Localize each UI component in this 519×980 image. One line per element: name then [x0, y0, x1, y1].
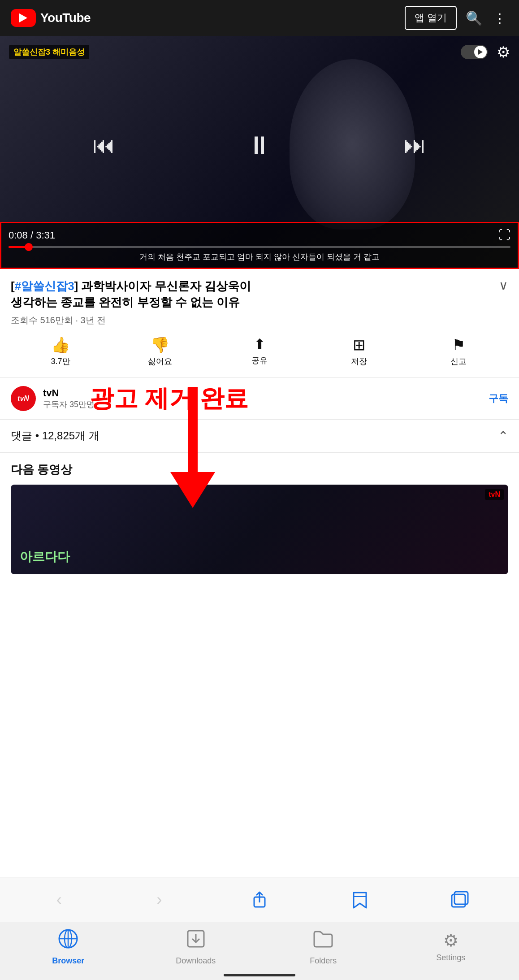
toggle-knob [474, 46, 487, 58]
tabs-button[interactable] [442, 882, 478, 918]
share-label: 공유 [251, 355, 268, 366]
save-icon: ⊞ [353, 337, 365, 352]
video-info: [#알쓸신잡3] 과학박사이자 무신론자 김상욱이 생각하는 종교를 완전히 부… [0, 269, 519, 378]
tab-browser[interactable]: Browser [41, 928, 95, 966]
youtube-logo: YouTube [11, 9, 91, 27]
like-count: 3.7만 [51, 356, 70, 367]
channel-subscribers: 구독자 35만명 [43, 399, 481, 410]
like-button[interactable]: 👍 3.7만 [43, 337, 78, 367]
progress-bar[interactable] [9, 246, 510, 248]
share-icon: ⬆ [254, 337, 266, 351]
tab-downloads[interactable]: Downloads [169, 928, 223, 966]
downloads-tab-icon [185, 928, 207, 954]
video-top-controls: ⚙ [0, 36, 519, 68]
autoplay-switch[interactable] [461, 45, 488, 59]
thumbnail-text: 아르다다 [20, 548, 70, 565]
video-bottom-controls[interactable]: 0:08 / 3:31 ⛶ 거의 처음 천주교 포교되고 엄마 되지 않아 신자… [0, 222, 519, 269]
forward-button[interactable]: › [141, 882, 177, 918]
folders-tab-icon [312, 928, 334, 954]
comments-section[interactable]: 댓글 • 12,825개 개 ⌃ [0, 420, 519, 453]
youtube-icon [11, 9, 36, 27]
browser-tab-icon [57, 928, 79, 954]
top-bar: YouTube 앱 열기 🔍 ⋮ [0, 0, 519, 36]
pause-button[interactable] [247, 130, 272, 160]
comments-label: 댓글 • 12,825개 개 [11, 429, 99, 443]
fullscreen-button[interactable]: ⛶ [498, 228, 510, 243]
video-hashtag: #알쓸신잡3 [15, 279, 74, 293]
report-icon: ⚑ [452, 337, 465, 352]
previous-button[interactable] [93, 132, 115, 158]
open-app-button[interactable]: 앱 열기 [405, 6, 457, 30]
back-button[interactable]: ‹ [41, 882, 77, 918]
thumbnail-channel-badge: tvN [485, 489, 504, 500]
time-row: 0:08 / 3:31 ⛶ [9, 228, 510, 243]
home-indicator [224, 974, 295, 976]
more-options-icon[interactable]: ⋮ [491, 9, 508, 28]
subtitle-text: 거의 처음 천주교 포교되고 엄마 되지 않아 신자들이 되셨을 거 같고 [9, 252, 510, 262]
video-title: [#알쓸신잡3] 과학박사이자 무신론자 김상욱이 생각하는 종교를 완전히 부… [11, 278, 493, 311]
like-icon: 👍 [51, 337, 70, 352]
expand-icon[interactable]: ∨ [499, 278, 508, 293]
bookmarks-button[interactable] [342, 882, 378, 918]
channel-logo: tvN [11, 386, 36, 411]
browser-nav-bar: ‹ › [0, 877, 519, 922]
channel-section-wrapper: tvN tvN 구독자 35만명 구독 광고 제거 완료 [0, 378, 519, 420]
report-label: 신고 [450, 356, 467, 367]
time-display: 0:08 / 3:31 [9, 230, 55, 241]
settings-icon[interactable]: ⚙ [497, 43, 510, 61]
subscribe-button[interactable]: 구독 [489, 392, 508, 405]
action-buttons: 👍 3.7만 👎 싫어요 ⬆ 공유 ⊞ 저장 ⚑ 신고 [11, 334, 508, 370]
dislike-label: 싫어요 [148, 356, 172, 367]
video-meta: 조회수 516만회 · 3년 전 [11, 314, 508, 326]
report-button[interactable]: ⚑ 신고 [441, 337, 476, 367]
save-button[interactable]: ⊞ 저장 [341, 337, 377, 367]
video-mid-controls [0, 68, 519, 222]
folders-tab-label: Folders [310, 956, 337, 966]
share-button[interactable]: ⬆ 공유 [242, 337, 277, 367]
next-button[interactable] [404, 132, 426, 158]
settings-tab-icon: ⚙ [443, 931, 458, 950]
next-video-heading: 다음 동영상 [11, 462, 508, 477]
next-video-thumbnail[interactable]: 아르다다 tvN [11, 485, 508, 574]
search-icon[interactable]: 🔍 [464, 9, 484, 28]
tab-settings[interactable]: ⚙ Settings [424, 931, 478, 963]
dislike-icon: 👎 [151, 337, 169, 352]
channel-row: tvN tvN 구독자 35만명 구독 [0, 378, 519, 420]
youtube-wordmark: YouTube [40, 11, 91, 25]
autoplay-toggle[interactable] [461, 43, 488, 61]
settings-tab-label: Settings [436, 953, 465, 963]
channel-name: tvN [43, 387, 481, 399]
save-label: 저장 [351, 356, 367, 367]
video-controls-overlay: ⚙ 0:08 / 3:31 ⛶ 거의 처음 천주교 포교되고 엄마 되지 않아 … [0, 36, 519, 269]
browser-tab-label: Browser [52, 956, 84, 966]
downloads-tab-label: Downloads [176, 956, 216, 966]
next-video-section: 다음 동영상 아르다다 tvN [0, 453, 519, 579]
video-title-row: [#알쓸신잡3] 과학박사이자 무신론자 김상욱이 생각하는 종교를 완전히 부… [11, 278, 508, 311]
bottom-tab-bar: Browser Downloads Folders ⚙ Settings [0, 922, 519, 980]
progress-thumb [25, 243, 33, 251]
comments-toggle-icon[interactable]: ⌃ [498, 429, 508, 443]
video-player[interactable]: 알쓸신잡3 해미음성 ⚙ 0:08 / 3:31 ⛶ [0, 36, 519, 269]
share-nav-button[interactable] [242, 882, 277, 918]
channel-info: tvN 구독자 35만명 [43, 387, 481, 410]
dislike-button[interactable]: 👎 싫어요 [142, 337, 178, 367]
tab-folders[interactable]: Folders [296, 928, 350, 966]
